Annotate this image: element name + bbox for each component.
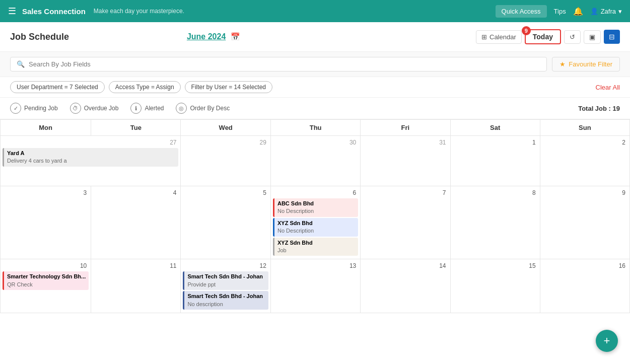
order-legend[interactable]: ◎ Order By Desc xyxy=(176,103,230,114)
tips-button[interactable]: Tips xyxy=(554,8,566,15)
date-number: 8 xyxy=(453,188,538,197)
calendar-cell-jun12[interactable]: 12 Smart Tech Sdn Bhd - Johan Provide pp… xyxy=(181,259,270,313)
calendar-icon[interactable]: 📅 xyxy=(231,32,240,41)
date-number: 29 xyxy=(183,138,268,147)
overdue-job-label: Overdue Job xyxy=(84,105,119,112)
event-title: ABC Sdn Bhd xyxy=(277,200,355,207)
menu-icon[interactable]: ☰ xyxy=(8,6,16,17)
calendar-cell-may30[interactable]: 30 xyxy=(270,136,360,186)
calendar-week-3: 10 Smarter Technology Sdn Bh... QR Check… xyxy=(1,259,630,313)
event-smart-tech-2[interactable]: Smart Tech Sdn Bhd - Johan No descriptio… xyxy=(183,291,268,310)
date-number: 27 xyxy=(3,138,178,147)
event-desc: No Description xyxy=(277,227,355,235)
event-xyz-sdn-bhd-2[interactable]: XYZ Sdn Bhd Job xyxy=(273,238,358,256)
calendar-cell-jun10[interactable]: 10 Smarter Technology Sdn Bh... QR Check xyxy=(1,259,91,313)
col-thu: Thu xyxy=(270,120,360,136)
quick-access-button[interactable]: Quick Access xyxy=(496,5,547,18)
refresh-button[interactable]: ↺ xyxy=(564,30,581,44)
calendar-cell-jun6[interactable]: 6 ABC Sdn Bhd No Description XYZ Sdn Bhd… xyxy=(270,186,360,259)
event-desc: Delivery 4 cars to yard a xyxy=(7,157,175,165)
event-title: XYZ Sdn Bhd xyxy=(277,239,355,247)
date-number: 12 xyxy=(183,261,268,270)
pending-job-icon: ✓ xyxy=(10,103,21,114)
calendar-cell-jun8[interactable]: 8 xyxy=(450,186,540,259)
event-title: Yard A xyxy=(7,150,175,157)
calendar-cell-jun7[interactable]: 7 xyxy=(361,186,450,259)
compact-icon: ▣ xyxy=(589,33,595,41)
search-bar: 🔍 ★ Favourite Filter xyxy=(0,52,630,77)
filter-chip-user[interactable]: Filter by User = 14 Selected xyxy=(185,81,272,93)
date-number: 6 xyxy=(273,188,358,197)
today-button[interactable]: 9 Today xyxy=(525,29,561,44)
date-number: 7 xyxy=(363,188,448,197)
calendar-cell-jun9[interactable]: 9 xyxy=(540,186,629,259)
calendar-view-button[interactable]: ⊞ Calendar xyxy=(476,30,522,44)
event-smart-tech-1[interactable]: Smart Tech Sdn Bhd - Johan Provide ppt xyxy=(183,271,268,290)
filter-chip-access-type[interactable]: Access Type = Assign xyxy=(109,81,181,93)
add-fab-button[interactable]: + xyxy=(596,330,618,352)
calendar-cell-jun14[interactable]: 14 xyxy=(361,259,450,313)
alerted-legend[interactable]: ℹ Alerted xyxy=(130,103,164,114)
month-navigation: June 2024 📅 xyxy=(187,32,240,41)
date-number: 16 xyxy=(542,261,627,270)
date-number: 1 xyxy=(453,138,538,147)
date-number: 11 xyxy=(93,261,178,270)
search-input-wrapper[interactable]: 🔍 xyxy=(10,57,547,71)
bell-icon[interactable]: 🔔 xyxy=(573,7,583,16)
calendar-cell-may27[interactable]: 27 Yard A Delivery 4 cars to yard a xyxy=(1,136,181,186)
page-title: Job Schedule xyxy=(10,32,69,42)
search-input[interactable] xyxy=(29,60,540,68)
topnav-right: Quick Access Tips 🔔 👤 Zafra ▾ xyxy=(496,5,622,18)
user-menu[interactable]: 👤 Zafra ▾ xyxy=(590,8,622,15)
calendar-cell-jun2[interactable]: 2 xyxy=(540,136,629,186)
date-number: 2 xyxy=(542,138,627,147)
filter-icon: ⊟ xyxy=(609,33,615,41)
calendar-cell-jun13[interactable]: 13 xyxy=(270,259,360,313)
event-smarter-tech[interactable]: Smarter Technology Sdn Bh... QR Check xyxy=(3,271,89,290)
user-avatar-icon: 👤 xyxy=(590,8,598,15)
overdue-job-icon: ⏱ xyxy=(70,103,81,114)
search-icon: 🔍 xyxy=(17,60,25,68)
date-number: 15 xyxy=(453,261,538,270)
calendar-header: Mon Tue Wed Thu Fri Sat Sun xyxy=(1,120,630,136)
calendar-body: 27 Yard A Delivery 4 cars to yard a 29 3… xyxy=(1,136,630,313)
calendar-cell-may29[interactable]: 29 xyxy=(181,136,270,186)
favourite-filter-button[interactable]: ★ Favourite Filter xyxy=(552,57,620,71)
clear-all-button[interactable]: Clear All xyxy=(596,84,620,91)
tagline: Make each day your masterpiece. xyxy=(94,8,184,15)
event-abc-sdn-bhd[interactable]: ABC Sdn Bhd No Description xyxy=(273,198,358,217)
event-xyz-sdn-bhd-1[interactable]: XYZ Sdn Bhd No Description xyxy=(273,218,358,237)
event-yard-a[interactable]: Yard A Delivery 4 cars to yard a xyxy=(3,148,178,167)
alerted-label: Alerted xyxy=(145,105,164,112)
calendar-cell-jun11[interactable]: 11 xyxy=(91,259,181,313)
month-label[interactable]: June 2024 xyxy=(187,32,226,41)
col-sun: Sun xyxy=(540,120,629,136)
brand-name: Sales Connection xyxy=(22,7,86,16)
date-number: 10 xyxy=(3,261,89,270)
calendar-container: Mon Tue Wed Thu Fri Sat Sun 27 Yard A xyxy=(0,119,630,313)
today-badge: 9 xyxy=(522,26,531,35)
calendar-cell-may31[interactable]: 31 xyxy=(361,136,450,186)
order-icon: ◎ xyxy=(176,103,187,114)
calendar-cell-jun16[interactable]: 16 xyxy=(540,259,629,313)
date-number: 9 xyxy=(542,188,627,197)
filter-button[interactable]: ⊟ xyxy=(604,30,620,44)
date-number: 31 xyxy=(363,138,448,147)
overdue-job-legend[interactable]: ⏱ Overdue Job xyxy=(70,103,119,114)
calendar-grid-icon: ⊞ xyxy=(481,33,487,41)
calendar-week-2: 3 4 5 6 ABC Sdn Bhd No Description xyxy=(1,186,630,259)
order-label: Order By Desc xyxy=(190,105,230,112)
page-header: Job Schedule June 2024 📅 ⊞ Calendar 9 To… xyxy=(0,22,630,52)
filter-chip-department[interactable]: User Department = 7 Selected xyxy=(10,81,105,93)
pending-job-legend[interactable]: ✓ Pending Job xyxy=(10,103,58,114)
calendar-cell-jun3[interactable]: 3 xyxy=(1,186,91,259)
calendar-cell-jun5[interactable]: 5 xyxy=(181,186,270,259)
event-title: Smarter Technology Sdn Bh... xyxy=(7,273,86,280)
compact-view-button[interactable]: ▣ xyxy=(584,30,601,44)
calendar-cell-jun1[interactable]: 1 xyxy=(450,136,540,186)
total-job-count: Total Job : 19 xyxy=(578,105,620,112)
pending-job-label: Pending Job xyxy=(24,105,58,112)
calendar-cell-jun4[interactable]: 4 xyxy=(91,186,181,259)
calendar-cell-jun15[interactable]: 15 xyxy=(450,259,540,313)
col-fri: Fri xyxy=(361,120,450,136)
